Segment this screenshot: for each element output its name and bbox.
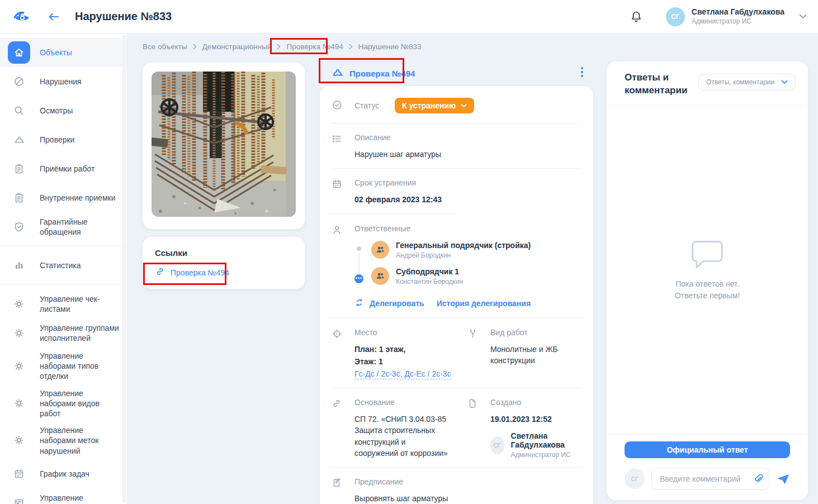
comments-title: Ответы и комментарии	[625, 72, 697, 97]
place-floor: Этаж: 1	[354, 356, 456, 367]
prescription-section: Предписание Выровнять шаг арматуры	[320, 468, 593, 504]
work-type-section: Вид работ Монолитные и ЖБ конструкции	[456, 318, 593, 388]
app-logo-eye-icon[interactable]	[12, 9, 35, 24]
delegation-history-link[interactable]: История делегирования	[437, 299, 531, 308]
violation-photo[interactable]	[152, 72, 296, 217]
created-by-name: Светлана Габдулхакова	[511, 431, 582, 449]
sidebar-item-finish-types-management[interactable]: Управление наборами типов отделки	[0, 348, 127, 385]
sidebar-item-checks[interactable]: Проверки	[0, 125, 127, 154]
hardhat-icon	[332, 66, 344, 80]
organization-avatar	[371, 267, 389, 285]
back-arrow-icon[interactable]	[47, 11, 60, 22]
violation-card-header: Проверка №494	[320, 63, 593, 84]
sidebar-item-inspections[interactable]: Осмотры	[0, 96, 127, 125]
official-reply-button[interactable]: Официальный ответ	[625, 441, 790, 458]
delegation-timeline: •••	[354, 241, 363, 293]
breadcrumb-check-494[interactable]: Проверка №494	[286, 42, 343, 51]
responsible-label: Ответственные	[354, 224, 582, 233]
photo-card	[143, 63, 305, 229]
sidebar-item-label: Нарушения	[40, 77, 82, 87]
comment-user-avatar: СГ	[625, 469, 645, 489]
notifications-bell-icon[interactable]	[630, 10, 642, 23]
breadcrumb-all-objects[interactable]: Все объекты	[143, 42, 187, 51]
created-section: Создано 19.01.2023 12:52 СГ Светлана Габ…	[456, 388, 593, 467]
sidebar-item-checklists-management[interactable]: Управление чек-листами	[0, 289, 127, 318]
more-options-kebab-icon[interactable]	[578, 65, 587, 82]
place-axes-link[interactable]: Гс-Дс / 2с-3с, Дс-Ес / 2с-3с	[354, 369, 451, 379]
shield-check-icon	[8, 216, 30, 238]
sidebar-item-label: График задач	[40, 469, 89, 479]
user-menu-chevron-down-icon[interactable]	[799, 14, 807, 19]
comment-input[interactable]	[651, 468, 769, 490]
responsible-org: Генеральный подрядчик (стройка)	[396, 241, 531, 250]
gear-icon	[8, 392, 30, 415]
sidebar-item-warranty[interactable]: Гарантийные обращения	[0, 212, 127, 241]
status-dropdown-button[interactable]: К устранению	[395, 98, 474, 113]
sidebar-item-internal-acceptance[interactable]: Внутренние приемки	[0, 183, 127, 212]
delegate-arrows-icon	[354, 298, 364, 310]
responsible-entry: Генеральный подрядчик (стройка) Андрей Б…	[371, 241, 582, 259]
sidebar-item-objects[interactable]: Объекты	[0, 38, 127, 67]
sidebar-item-label: Гарантийные обращения	[40, 217, 119, 237]
sidebar-item-violations[interactable]: Нарушения	[0, 67, 127, 96]
comments-filter-dropdown[interactable]: Ответы, комментарии	[698, 74, 796, 91]
middle-column: Проверка №494 Статус	[320, 63, 593, 504]
top-bar: Нарушение №833 СГ Светлана Габдулхакова …	[0, 0, 818, 34]
sidebar-item-statistics[interactable]: Статистика	[0, 251, 127, 280]
linked-check-label[interactable]: Проверка №494	[171, 268, 229, 277]
empty-state-line2: Ответьте первым!	[675, 290, 740, 302]
wrench-icon	[467, 328, 490, 380]
sidebar-item-violation-tags-management[interactable]: Управление наборами меток нарушений	[0, 422, 127, 459]
sidebar-scrollbar[interactable]	[122, 35, 126, 503]
timeline-more-icon[interactable]: •••	[354, 274, 363, 283]
work-type-value: Монолитные и ЖБ конструкции	[490, 344, 582, 367]
sidebar-item-task-management[interactable]: Управление задачами	[0, 488, 127, 504]
breadcrumb: Все объекты Демонстрационный Проверка №4…	[143, 42, 422, 51]
no-entry-icon	[8, 70, 30, 93]
created-label: Создано	[490, 398, 582, 407]
bar-chart-icon	[8, 254, 30, 277]
links-card: Ссылки Проверка №494	[143, 237, 305, 289]
prescription-value: Выровнять шаг арматуры	[354, 493, 582, 504]
deadline-value: 02 февраля 2023 12:43	[354, 194, 582, 205]
sidebar-item-executor-groups-management[interactable]: Управление группами исполнителей	[0, 318, 127, 348]
sidebar-item-work-types-management[interactable]: Управление наборами видов работ	[0, 385, 127, 422]
attach-paperclip-icon[interactable]	[753, 473, 764, 487]
check-494-link[interactable]: Проверка №494	[332, 66, 415, 80]
check-494-link-label[interactable]: Проверка №494	[349, 69, 415, 78]
sidebar-item-label: Управление наборами типов отделки	[40, 351, 119, 382]
user-avatar[interactable]: СГ	[666, 7, 685, 26]
gear-icon	[8, 322, 30, 344]
delegate-button[interactable]: Делегировать	[354, 298, 424, 310]
hardhat-icon	[8, 129, 30, 151]
person-icon	[332, 224, 354, 310]
work-type-label: Вид работ	[490, 328, 582, 337]
search-icon	[8, 99, 30, 122]
delegate-label[interactable]: Делегировать	[370, 299, 424, 308]
deadline-label: Срок устранения	[354, 178, 582, 187]
prescription-label: Предписание	[354, 477, 582, 486]
responsible-section: Ответственные •••	[320, 215, 593, 318]
app-root: Нарушение №833 СГ Светлана Габдулхакова …	[0, 0, 818, 504]
created-by: СГ Светлана Габдулхакова Администратор И…	[490, 431, 582, 459]
place-section: Место План: 1 этаж, Этаж: 1 Гс-Дс / 2с-3…	[320, 318, 456, 388]
responsible-entry: Субподрядчик 1 Константин Бородкин	[371, 267, 582, 286]
gear-icon	[8, 355, 30, 377]
page-title: Нарушение №833	[75, 10, 172, 23]
sidebar-item-label: Управление наборами меток нарушений	[40, 425, 119, 456]
responsible-org: Субподрядчик 1	[396, 267, 463, 276]
description-value: Нарушен шаг арматуры	[354, 149, 582, 160]
clipboard-icon	[8, 158, 30, 180]
timeline-line	[358, 253, 360, 273]
clipboard-icon	[8, 187, 30, 209]
chevron-right-icon	[277, 44, 281, 50]
sidebar-item-work-acceptance[interactable]: Приёмки работ	[0, 154, 127, 183]
created-datetime: 19.01.2023 12:52	[490, 413, 582, 425]
basis-value: СП 72. «СНиП 3.04.03-85 Защита строитель…	[354, 413, 450, 459]
sidebar-item-task-schedule[interactable]: График задач	[0, 459, 127, 488]
status-value: К устранению	[402, 101, 456, 110]
basis-section: Основание СП 72. «СНиП 3.04.03-85 Защита…	[320, 388, 456, 467]
linked-check-494[interactable]: Проверка №494	[155, 267, 292, 279]
send-comment-icon[interactable]	[776, 473, 790, 485]
breadcrumb-project[interactable]: Демонстрационный	[202, 42, 272, 51]
